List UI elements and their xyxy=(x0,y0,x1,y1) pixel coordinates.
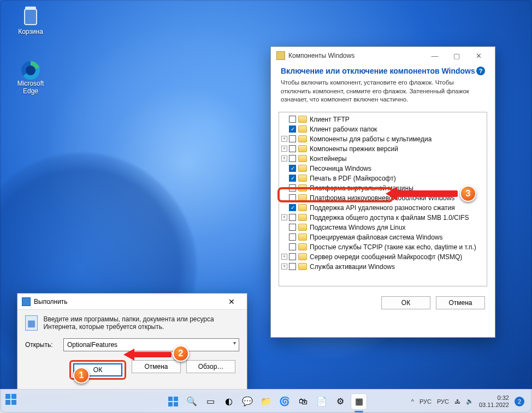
tree-expander-icon[interactable]: + xyxy=(281,214,287,220)
features-ok-button[interactable]: ОК xyxy=(381,296,430,309)
folder-icon xyxy=(298,155,307,162)
run-body-icon: ▦ xyxy=(25,315,38,331)
feature-item[interactable]: Простые службы TCPIP (такие как echo, da… xyxy=(289,242,487,252)
tree-expander-icon[interactable]: + xyxy=(281,254,287,260)
features-title-icon xyxy=(276,51,285,60)
annotation-badge-2: 2 xyxy=(173,345,189,362)
run-close-button[interactable]: ✕ xyxy=(221,297,243,306)
feature-item[interactable]: ✓Поддержка API удаленного разностного сж… xyxy=(289,203,487,213)
feature-checkbox[interactable]: ✓ xyxy=(289,125,296,133)
features-tree[interactable]: Клиент TFTP✓Клиент рабочих папок+Компоне… xyxy=(279,112,487,286)
desktop-icon-edge[interactable]: Microsoft Edge xyxy=(10,61,51,95)
run-titlebar[interactable]: Выполнить ✕ xyxy=(17,294,247,310)
feature-item[interactable]: ✓Клиент рабочих папок xyxy=(289,124,487,134)
feature-checkbox[interactable] xyxy=(289,214,296,221)
run-browse-button[interactable]: Обзор… xyxy=(186,360,235,373)
folder-icon xyxy=(298,116,307,123)
taskbar-widgets-icon[interactable]: ◐ xyxy=(221,394,237,409)
tree-expander-icon[interactable]: + xyxy=(281,146,287,152)
close-button[interactable]: ✕ xyxy=(468,48,489,63)
feature-checkbox[interactable] xyxy=(289,155,296,162)
feature-checkbox[interactable] xyxy=(289,194,296,201)
features-description: Чтобы включить компонент, установите его… xyxy=(281,79,485,104)
feature-label: Поддержка API удаленного разностного сжа… xyxy=(310,204,455,212)
feature-item[interactable]: ✓Песочница Windows xyxy=(289,164,487,173)
feature-item[interactable]: Клиент TFTP xyxy=(289,115,487,124)
folder-icon xyxy=(298,184,307,191)
taskbar-explorer-icon[interactable]: 📁 xyxy=(258,394,274,409)
taskbar-settings-icon[interactable]: ⚙ xyxy=(333,394,348,409)
features-cancel-button[interactable]: Отмена xyxy=(436,296,485,309)
folder-icon xyxy=(298,165,307,172)
taskbar-run-app[interactable]: ▦ xyxy=(351,394,367,409)
feature-item[interactable]: ✓Печать в PDF (Майкрософт) xyxy=(289,173,487,183)
start-button[interactable] xyxy=(5,394,21,409)
run-cancel-button[interactable]: Отмена xyxy=(132,360,181,373)
feature-checkbox[interactable]: ✓ xyxy=(289,175,296,182)
feature-item[interactable]: +Компоненты для работы с мультимедиа xyxy=(289,134,487,144)
tray-clock[interactable]: 0:32 03.11.2022 xyxy=(479,394,509,408)
maximize-button[interactable]: ▢ xyxy=(446,48,468,63)
folder-icon xyxy=(298,125,307,133)
feature-checkbox[interactable] xyxy=(289,263,296,270)
feature-label: Клиент TFTP xyxy=(310,116,350,123)
tree-expander-icon[interactable]: + xyxy=(281,264,287,270)
run-open-input[interactable] xyxy=(63,338,239,351)
help-icon[interactable]: ? xyxy=(476,67,485,75)
feature-item[interactable]: Подсистема Windows для Linux xyxy=(289,223,487,232)
minimize-button[interactable]: — xyxy=(424,48,446,63)
tray-chevron-up-icon[interactable]: ^ xyxy=(411,398,414,405)
feature-checkbox[interactable] xyxy=(289,145,296,152)
feature-item[interactable]: +Поддержка общего доступа к файлам SMB 1… xyxy=(289,213,487,223)
feature-item[interactable]: +Служба активации Windows xyxy=(289,262,487,272)
feature-label: Печать в PDF (Майкрософт) xyxy=(310,175,396,182)
edge-icon xyxy=(21,61,40,80)
tree-expander-icon[interactable]: + xyxy=(281,136,287,142)
feature-checkbox[interactable] xyxy=(289,184,296,191)
feature-label: Подсистема Windows для Linux xyxy=(310,224,406,231)
features-heading: Включение или отключение компонентов Win… xyxy=(281,67,485,75)
tray-network-icon[interactable]: 🖧 xyxy=(454,398,460,405)
feature-label: Проецируемая файловая система Windows xyxy=(310,234,443,241)
taskbar-edge-icon[interactable]: 🌀 xyxy=(277,394,292,409)
recycle-bin-icon xyxy=(21,7,40,26)
run-title-text: Выполнить xyxy=(34,298,68,306)
tree-expander-icon[interactable]: + xyxy=(281,155,287,161)
tray-lang-1[interactable]: РУС xyxy=(419,398,431,405)
folder-icon xyxy=(298,214,307,221)
feature-checkbox[interactable]: ✓ xyxy=(289,204,296,211)
run-dialog: Выполнить ✕ ▦ Введите имя программы, пап… xyxy=(17,293,247,390)
feature-checkbox[interactable] xyxy=(289,224,296,231)
taskbar-chat-icon[interactable]: 💬 xyxy=(240,394,255,409)
feature-checkbox[interactable]: ✓ xyxy=(289,165,296,172)
feature-item[interactable]: +Компоненты прежних версий xyxy=(289,144,487,154)
tray-notification-badge[interactable]: 2 xyxy=(515,397,524,406)
taskbar-search-icon[interactable]: 🔍 xyxy=(184,394,199,409)
tray-lang-2[interactable]: РУС xyxy=(437,398,449,405)
tray-volume-icon[interactable]: 🔈 xyxy=(466,398,474,405)
folder-icon xyxy=(298,145,307,152)
desktop-icon-recycle-bin[interactable]: Корзина xyxy=(10,7,51,35)
taskbar-store-icon[interactable]: 🛍 xyxy=(295,394,311,409)
feature-item[interactable]: +Контейнеры xyxy=(289,154,487,164)
taskbar-taskview-icon[interactable]: ▭ xyxy=(203,394,218,409)
features-title-text: Компоненты Windows xyxy=(288,52,354,59)
feature-item[interactable]: Проецируемая файловая система Windows xyxy=(289,232,487,242)
run-open-label: Открыть: xyxy=(25,341,63,349)
folder-icon xyxy=(298,243,307,250)
feature-checkbox[interactable] xyxy=(289,234,296,241)
feature-checkbox[interactable] xyxy=(289,135,296,142)
feature-checkbox[interactable] xyxy=(289,253,296,260)
feature-label: Сервер очереди сообщений Майкрософт (MSM… xyxy=(310,253,462,261)
feature-item[interactable]: +Сервер очереди сообщений Майкрософт (MS… xyxy=(289,252,487,262)
feature-checkbox[interactable] xyxy=(289,116,296,123)
taskbar-start[interactable] xyxy=(165,394,181,409)
folder-icon xyxy=(298,263,307,270)
features-titlebar[interactable]: Компоненты Windows — ▢ ✕ xyxy=(271,47,495,64)
system-tray: ^ РУС РУС 🖧 🔈 0:32 03.11.2022 2 xyxy=(411,394,532,408)
taskbar-notepad-icon[interactable]: 📄 xyxy=(314,394,329,409)
feature-checkbox[interactable] xyxy=(289,243,296,250)
chevron-down-icon[interactable]: ▾ xyxy=(233,340,236,346)
desktop-icon-label: Корзина xyxy=(18,28,43,35)
desktop-icon-label: Microsoft Edge xyxy=(17,80,44,95)
